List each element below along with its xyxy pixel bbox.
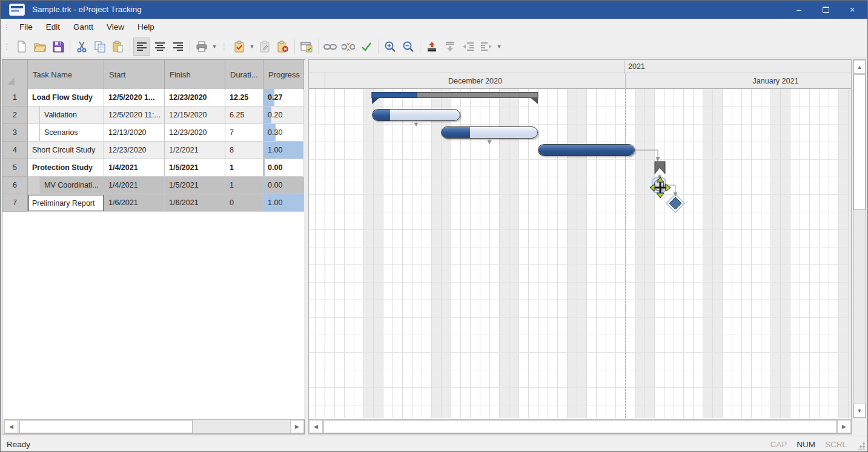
progress-cell[interactable]: 0.00 bbox=[263, 177, 303, 194]
start-cell[interactable]: 12/23/2020 bbox=[104, 142, 165, 159]
resize-grip-icon[interactable] bbox=[858, 442, 865, 450]
progress-cell[interactable]: 0.27 bbox=[263, 89, 303, 106]
unlink-tasks-button[interactable] bbox=[340, 38, 357, 56]
menu-item-file[interactable]: File bbox=[13, 19, 39, 35]
collapsed-summary-marker[interactable] bbox=[654, 161, 666, 175]
scroll-right-button[interactable]: ▶ bbox=[837, 420, 851, 433]
scrollbar-thumb[interactable] bbox=[853, 74, 866, 210]
task-bar[interactable] bbox=[441, 126, 538, 139]
zoom-in-button[interactable] bbox=[382, 38, 399, 56]
finish-cell[interactable]: 1/5/2021 bbox=[165, 159, 225, 177]
start-cell[interactable]: 12/5/2020 11:... bbox=[104, 106, 165, 124]
start-cell[interactable]: 12/5/2020 1... bbox=[104, 89, 165, 106]
align-right-button[interactable] bbox=[170, 38, 187, 56]
gantt-chart-body[interactable] bbox=[309, 89, 852, 418]
duration-cell[interactable]: 1 bbox=[225, 159, 263, 177]
table-row[interactable]: 3 Scenarios 12/13/2020 12/23/2020 7 0.30 bbox=[2, 124, 304, 142]
table-row[interactable]: 6 MV Coordinati... 1/4/2021 1/5/2021 1 0… bbox=[2, 177, 304, 194]
duration-cell[interactable]: 6.25 bbox=[225, 106, 263, 124]
paste-button[interactable] bbox=[110, 38, 127, 56]
progress-cell[interactable]: 0.30 bbox=[263, 124, 303, 142]
row-number-cell[interactable]: 1 bbox=[2, 89, 28, 106]
open-file-button[interactable] bbox=[31, 38, 48, 56]
align-left-button[interactable] bbox=[133, 38, 150, 56]
grid-horizontal-scrollbar[interactable]: ◀ ▶ bbox=[4, 419, 305, 434]
column-header-start[interactable]: Start bbox=[104, 60, 165, 89]
row-number-cell[interactable]: 2 bbox=[2, 106, 28, 124]
table-row[interactable]: 1 Load Flow Study 12/5/2020 1... 12/23/2… bbox=[2, 89, 304, 106]
table-row[interactable]: 5 Protection Study 1/4/2021 1/5/2021 1 0… bbox=[2, 159, 304, 177]
move-down-button[interactable] bbox=[442, 38, 459, 56]
table-row[interactable]: 4 Short Circuit Study 12/23/2020 1/2/202… bbox=[2, 142, 304, 159]
task-name-cell[interactable]: Short Circuit Study bbox=[28, 142, 104, 159]
row-number-cell[interactable]: 4 bbox=[2, 142, 28, 159]
finish-cell[interactable]: 12/15/2020 bbox=[165, 106, 225, 124]
scroll-down-button[interactable]: ▼ bbox=[853, 404, 866, 418]
menu-item-gantt[interactable]: Gantt bbox=[67, 19, 100, 35]
task-name-cell[interactable]: MV Coordinati... bbox=[28, 177, 104, 194]
toolbar-overflow-icon[interactable]: ▾ bbox=[495, 43, 503, 50]
print-button[interactable] bbox=[193, 38, 210, 56]
zoom-out-button[interactable] bbox=[400, 38, 417, 56]
progress-cell[interactable]: 1.00 bbox=[263, 142, 303, 159]
cut-button[interactable] bbox=[73, 38, 90, 56]
scrollbar-thumb[interactable] bbox=[19, 420, 193, 433]
duration-cell[interactable]: 1 bbox=[225, 177, 263, 194]
new-document-button[interactable] bbox=[13, 38, 30, 56]
scroll-left-button[interactable]: ◀ bbox=[4, 420, 18, 433]
column-header-corner[interactable] bbox=[2, 60, 28, 89]
task-name-edit-box[interactable]: Preliminary Report bbox=[28, 195, 104, 211]
scroll-up-button[interactable]: ▲ bbox=[853, 60, 866, 74]
start-cell[interactable]: 1/4/2021 bbox=[104, 159, 165, 177]
start-cell[interactable]: 1/4/2021 bbox=[104, 177, 165, 194]
duration-cell[interactable]: 12.25 bbox=[225, 89, 263, 106]
column-header-progress[interactable]: Progress bbox=[263, 60, 303, 89]
select-all-icon[interactable] bbox=[7, 77, 15, 85]
save-button[interactable] bbox=[50, 38, 67, 56]
menu-item-help[interactable]: Help bbox=[131, 19, 161, 35]
task-check-dropdown-icon[interactable]: ▾ bbox=[248, 43, 256, 50]
scroll-left-button[interactable]: ◀ bbox=[309, 420, 323, 433]
start-cell[interactable]: 12/13/2020 bbox=[104, 124, 165, 142]
scrollbar-thumb[interactable] bbox=[323, 420, 837, 433]
table-row[interactable]: 7 Preliminary Report 1/6/2021 1/6/2021 0… bbox=[2, 194, 304, 212]
start-cell[interactable]: 1/6/2021 bbox=[104, 194, 165, 212]
duration-cell[interactable]: 0 bbox=[225, 194, 263, 212]
finish-cell[interactable]: 1/6/2021 bbox=[165, 194, 225, 212]
toolbar-overflow-icon[interactable]: ▾ bbox=[211, 43, 218, 50]
task-name-cell[interactable]: Preliminary Report bbox=[28, 194, 104, 212]
task-check-button[interactable] bbox=[231, 38, 248, 56]
maximize-button[interactable] bbox=[812, 1, 840, 19]
minimize-button[interactable]: – bbox=[785, 1, 813, 19]
outdent-task-button[interactable] bbox=[478, 38, 495, 56]
align-center-button[interactable] bbox=[151, 38, 168, 56]
task-bar[interactable] bbox=[538, 144, 635, 156]
gantt-vertical-scrollbar[interactable]: ▲ ▼ bbox=[853, 59, 866, 418]
finish-cell[interactable]: 12/23/2020 bbox=[165, 124, 225, 142]
task-name-cell[interactable]: Validation bbox=[28, 106, 104, 124]
row-number-cell[interactable]: 3 bbox=[2, 124, 28, 142]
move-up-button[interactable] bbox=[423, 38, 440, 56]
gantt-horizontal-scrollbar[interactable]: ◀ ▶ bbox=[308, 419, 852, 434]
row-number-cell[interactable]: 5 bbox=[2, 159, 28, 177]
menu-item-edit[interactable]: Edit bbox=[39, 19, 67, 35]
task-bar[interactable] bbox=[372, 109, 460, 121]
task-name-cell[interactable]: Scenarios bbox=[28, 124, 104, 142]
task-name-cell[interactable]: Load Flow Study bbox=[28, 89, 104, 106]
close-button[interactable]: × bbox=[838, 1, 866, 19]
table-row[interactable]: 2 Validation 12/5/2020 11:... 12/15/2020… bbox=[2, 106, 304, 124]
copy-button[interactable] bbox=[91, 38, 108, 56]
column-header-task-name[interactable]: Task Name bbox=[28, 60, 104, 89]
row-number-cell[interactable]: 6 bbox=[2, 177, 28, 194]
duration-cell[interactable]: 7 bbox=[225, 124, 263, 142]
menu-item-view[interactable]: View bbox=[100, 19, 131, 35]
progress-cell[interactable]: 1.00 bbox=[263, 194, 303, 212]
progress-cell[interactable]: 0.20 bbox=[263, 106, 303, 124]
column-header-durati-[interactable]: Durati... bbox=[225, 60, 263, 89]
task-board-button[interactable] bbox=[298, 38, 315, 56]
finish-cell[interactable]: 12/23/2020 bbox=[165, 89, 225, 106]
task-delete-button[interactable] bbox=[274, 38, 291, 56]
finish-cell[interactable]: 1/5/2021 bbox=[165, 177, 225, 194]
row-number-cell[interactable]: 7 bbox=[2, 194, 28, 212]
validate-button[interactable] bbox=[358, 38, 375, 56]
